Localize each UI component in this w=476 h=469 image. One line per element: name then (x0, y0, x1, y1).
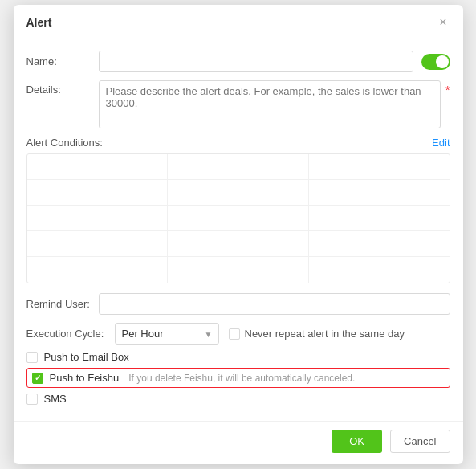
push-email-label: Push to Email Box (44, 351, 129, 363)
conditions-cell (27, 257, 169, 283)
remind-user-row: Remind User: (26, 293, 450, 315)
conditions-empty-row-1 (27, 154, 450, 180)
conditions-empty-row-2 (27, 180, 450, 206)
conditions-cell (27, 154, 169, 179)
conditions-empty-row-4 (27, 231, 450, 257)
never-repeat-label[interactable]: Never repeat alert in the same day (229, 328, 405, 340)
conditions-empty-row-3 (27, 206, 450, 231)
ok-button[interactable]: OK (332, 430, 382, 453)
remind-user-label: Remind User: (26, 298, 99, 310)
alert-conditions-label: Alert Conditions: (26, 137, 103, 149)
push-email-row: Push to Email Box (26, 351, 450, 363)
sms-row: SMS (26, 393, 450, 405)
conditions-cell (309, 257, 450, 283)
never-repeat-text: Never repeat alert in the same day (245, 328, 405, 340)
conditions-cell (309, 154, 450, 179)
details-row: Details: * (26, 80, 450, 128)
execution-cycle-select[interactable]: Per Hour Per Day Per Week (115, 323, 219, 345)
dialog-footer: OK Cancel (14, 421, 463, 464)
details-textarea[interactable] (99, 80, 441, 128)
conditions-cell (168, 206, 309, 230)
required-star: * (445, 80, 450, 96)
close-button[interactable]: × (436, 14, 450, 31)
sms-label: SMS (44, 393, 67, 405)
conditions-cell (168, 257, 309, 283)
push-feishu-row: Push to Feishu If you delete Feishu, it … (26, 368, 450, 388)
push-email-checkbox[interactable] (26, 352, 38, 363)
dialog-title: Alert (26, 16, 52, 29)
conditions-cell (168, 154, 309, 179)
conditions-cell (309, 231, 450, 256)
conditions-cell (27, 180, 169, 205)
execution-cycle-label: Execution Cycle: (26, 328, 115, 340)
execution-cycle-row: Execution Cycle: Per Hour Per Day Per We… (26, 323, 450, 345)
execution-cycle-select-wrapper: Per Hour Per Day Per Week ▼ (115, 323, 219, 345)
conditions-cell (27, 206, 169, 230)
never-repeat-checkbox[interactable] (229, 328, 240, 340)
dialog-body: Name: Details: * Alert Conditions: Edit (14, 39, 463, 418)
cancel-button[interactable]: Cancel (390, 430, 450, 453)
conditions-cell (309, 206, 450, 230)
push-feishu-hint: If you delete Feishu, it will be automat… (128, 373, 355, 384)
alert-dialog: Alert × Name: Details: * Alert Condition… (14, 5, 463, 464)
alert-conditions-header: Alert Conditions: Edit (26, 137, 450, 149)
conditions-empty-row-5 (27, 257, 450, 283)
edit-link[interactable]: Edit (432, 137, 450, 149)
toggle-switch[interactable] (421, 54, 450, 70)
conditions-cell (168, 231, 309, 256)
name-label: Name: (26, 55, 99, 67)
name-row: Name: (26, 51, 450, 72)
dialog-header: Alert × (14, 5, 463, 39)
details-label: Details: (26, 80, 99, 96)
conditions-cell (168, 180, 309, 205)
conditions-table (26, 153, 450, 283)
conditions-cell (27, 231, 169, 256)
remind-user-input[interactable] (99, 293, 450, 315)
push-feishu-checkbox[interactable] (32, 373, 43, 384)
conditions-cell (309, 180, 450, 205)
sms-checkbox[interactable] (26, 394, 38, 405)
push-feishu-label: Push to Feishu (50, 372, 120, 384)
name-input[interactable] (99, 51, 413, 72)
